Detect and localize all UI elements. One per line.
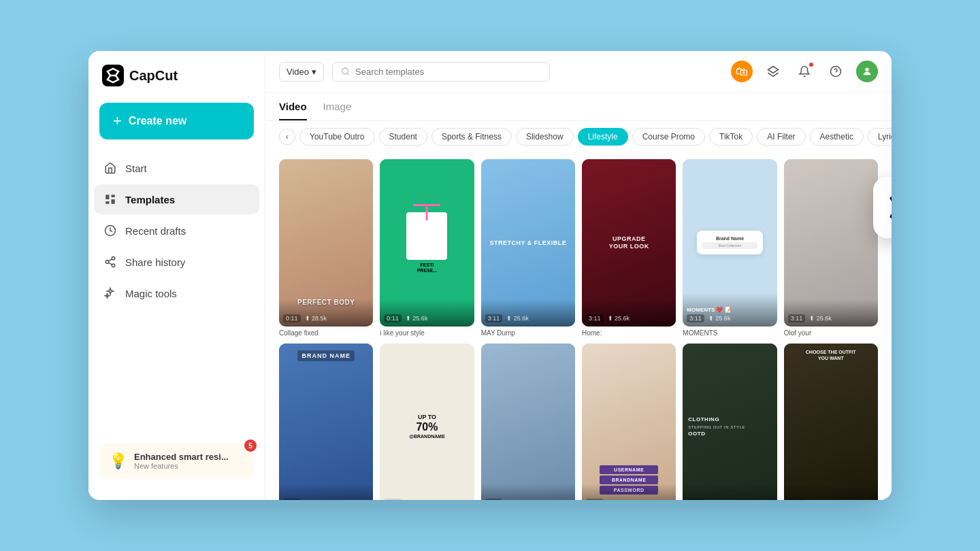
sidebar-item-templates[interactable]: Templates: [94, 184, 259, 214]
svg-point-8: [112, 264, 115, 267]
sidebar-item-magic[interactable]: Magic tools: [94, 278, 259, 308]
filter-chip-lyrics[interactable]: Lyrics: [868, 128, 892, 146]
card-views: ⬆ 25.6k: [305, 499, 327, 500]
filter-chip-student[interactable]: Student: [379, 128, 427, 146]
list-item[interactable]: BRAND NAME 3:11 ⬆ 25.6k BRAND NAME: [279, 344, 373, 500]
app-window: CapCut + Create new Start: [88, 51, 892, 500]
sidebar-item-start-label: Start: [125, 163, 147, 174]
sidebar-item-recent-label: Recent drafts: [125, 225, 186, 237]
card-title: MAY Dump: [481, 329, 575, 337]
card-views: ⬆ 25.6k: [608, 315, 630, 322]
video-dropdown[interactable]: Video ▾: [279, 62, 324, 82]
list-item[interactable]: 0:11 ⬆ 25.6k Feeling good trend: [481, 344, 575, 500]
avatar-btn[interactable]: [856, 61, 878, 82]
home-icon: [103, 161, 117, 175]
footer-label: Enhanced smart resi...: [134, 452, 229, 462]
filter-chip-course[interactable]: Course Promo: [632, 128, 705, 146]
card-duration: 0:11: [283, 314, 301, 322]
footer-text: Enhanced smart resi... New features: [134, 452, 229, 470]
list-item[interactable]: UPGRADEYOUR LOOK 3:11 ⬆ 25.6k Home:: [582, 159, 676, 337]
search-bar[interactable]: [332, 62, 550, 82]
card-duration: 3:11: [283, 499, 301, 500]
bell-icon-btn[interactable]: [794, 61, 815, 82]
create-new-label: Create new: [129, 115, 186, 127]
filter-chip-youtube-outro[interactable]: YouTube Outro: [299, 128, 375, 146]
card-views: ⬆ 25.6k: [506, 315, 529, 322]
shop-icon-btn[interactable]: 🛍: [731, 61, 753, 82]
video-dropdown-label: Video: [287, 67, 309, 77]
sidebar-item-start[interactable]: Start: [94, 153, 259, 183]
app-name: CapCut: [129, 68, 178, 84]
card-views: ⬆ 25.6k: [809, 315, 832, 322]
layers-icon-btn[interactable]: [762, 61, 784, 82]
logo: CapCut: [88, 65, 265, 103]
list-item[interactable]: FESTIPRESE... 0:11 ⬆ 25.6k i like your s…: [380, 159, 474, 337]
header: Video ▾ 🛍: [265, 51, 892, 93]
capcut-logo-icon: [102, 65, 124, 86]
help-icon-btn[interactable]: [825, 61, 847, 82]
card-views: ⬆ 25.6k: [708, 315, 731, 322]
filter-bar: ‹ YouTube Outro Student Sports & Fitness…: [265, 121, 892, 152]
list-item[interactable]: 3:11 ⬆ 25.6k Olof your: [784, 159, 878, 337]
filter-chip-lifestyle[interactable]: Lifestyle: [578, 128, 628, 146]
svg-point-7: [105, 261, 109, 264]
svg-line-9: [108, 263, 112, 265]
card-duration: 3:11: [485, 314, 503, 322]
card-views: ⬆ 25.6k: [809, 499, 832, 500]
svg-rect-3: [112, 199, 115, 204]
card-title: Olof your: [784, 329, 878, 337]
content-area: PERFECT BODY 0:11 ⬆ 28.5k Collage fixed: [265, 152, 892, 500]
card-duration: 0:11: [384, 314, 402, 322]
plus-icon: +: [113, 112, 122, 130]
search-input[interactable]: [355, 67, 541, 77]
tab-video[interactable]: Video: [279, 101, 307, 120]
list-item[interactable]: Brand Name Best Collection MOMENTS ❤️ 📝 …: [683, 159, 777, 337]
list-item[interactable]: Stretchy & Flexible 3:11 ⬆ 25.6k MAY Dum…: [481, 159, 575, 337]
list-item[interactable]: CLOTHINGSTEPPING OUT IN STYLEOOTD 3:11 ⬆…: [683, 344, 777, 500]
template-grid: PERFECT BODY 0:11 ⬆ 28.5k Collage fixed: [279, 159, 878, 500]
svg-point-16: [865, 68, 868, 71]
list-item[interactable]: CHOOSE THE OUTFITYOU WANT 3:11 ⬆ 25.6k C…: [784, 344, 878, 500]
filter-chip-sports[interactable]: Sports & Fitness: [431, 128, 512, 146]
card-duration: 0:11: [485, 499, 503, 500]
filter-chip-ai[interactable]: AI Filter: [757, 128, 805, 146]
filter-prev-btn[interactable]: ‹: [279, 129, 295, 145]
card-duration: 3:11: [586, 314, 604, 322]
clock-icon: [103, 224, 117, 237]
list-item[interactable]: PERFECT BODY 0:11 ⬆ 28.5k Collage fixed: [279, 159, 373, 337]
capcut-popup: [873, 177, 892, 238]
card-title: i like your style: [380, 329, 474, 337]
sidebar-item-recent[interactable]: Recent drafts: [94, 216, 259, 246]
notification-dot: [808, 62, 814, 67]
chevron-down-icon: ▾: [312, 67, 316, 77]
svg-line-10: [108, 259, 112, 261]
card-views: ⬆ 25.6k: [406, 315, 428, 322]
filter-chip-tiktok[interactable]: TikTok: [709, 128, 753, 146]
svg-marker-13: [768, 67, 779, 73]
card-duration: 3:11: [586, 499, 604, 500]
svg-point-11: [342, 68, 348, 74]
create-new-button[interactable]: + Create new: [99, 103, 254, 139]
list-item[interactable]: UP TO70%@BRANDNAME 3:11 @BRANDNAME: [380, 344, 474, 500]
header-icons: 🛍: [731, 61, 878, 82]
svg-point-6: [112, 257, 115, 261]
main-content: Video ▾ 🛍: [265, 51, 892, 500]
share-icon: [103, 255, 117, 269]
filter-chip-aesthetic[interactable]: Aesthetic: [810, 128, 864, 146]
notification-badge: 5: [244, 439, 257, 452]
list-item[interactable]: USERNAME BRANDNAME PASSWORD: [582, 344, 676, 500]
card-duration: 3:11: [788, 314, 806, 322]
filter-chip-slideshow[interactable]: Slideshow: [516, 128, 574, 146]
card-title: Home:: [582, 329, 676, 337]
card-views: ⬆ 25.6k: [608, 499, 630, 500]
card-duration: 3:11: [788, 499, 806, 500]
main-tabs: Video Image: [265, 93, 892, 121]
svg-rect-2: [112, 195, 115, 197]
card-title: MOMENTS: [683, 329, 777, 337]
card-title: Collage fixed: [279, 329, 373, 337]
svg-line-12: [347, 73, 348, 75]
sidebar-item-share[interactable]: Share history: [94, 247, 259, 277]
tab-image[interactable]: Image: [323, 101, 352, 120]
sidebar-footer[interactable]: 💡 Enhanced smart resi... New features 5: [99, 444, 254, 478]
sidebar-item-share-label: Share history: [125, 256, 185, 268]
